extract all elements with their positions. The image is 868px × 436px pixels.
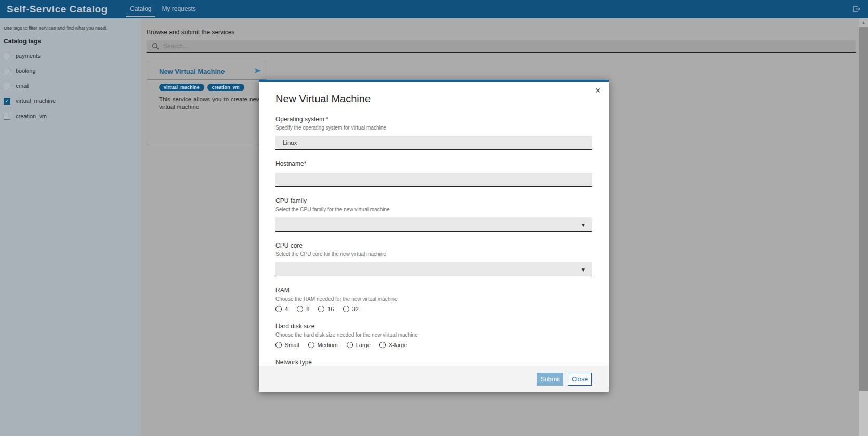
logout-icon[interactable] [852,5,861,14]
disk-option-small[interactable]: Small [275,342,299,348]
field-cpu-core: CPU core Select the CPU core for the new… [275,242,592,276]
ram-radio-group: 4 8 16 32 [275,306,592,312]
ram-option-8[interactable]: 8 [297,306,309,312]
tag-label: virtual_machine [16,98,56,104]
tag-label: payments [16,53,41,59]
hard-disk-radio-group: Small Medium Large X-large [275,342,592,348]
scrollbar-up-arrow-icon[interactable]: ▲ [859,18,868,27]
radio-button[interactable] [379,342,386,348]
field-cpu-family: CPU family Select the CPU family for the… [275,197,592,232]
disk-option-large[interactable]: Large [347,342,371,348]
field-helper-cpu-core: Select the CPU core for the new virtual … [275,251,592,257]
tag-label: creation_vm [16,113,47,119]
disk-option-x-large[interactable]: X-large [379,342,407,348]
field-ram: RAM Choose the RAM needed for the new vi… [275,287,592,312]
card-divider [147,79,267,80]
catalog-tags-heading: Catalog tags [4,37,141,45]
tag-row-creation-vm[interactable]: creation_vm [4,112,141,120]
field-label-hard-disk-size: Hard disk size [275,323,592,330]
submit-button[interactable]: Submit [537,373,563,386]
scrollbar-thumb[interactable] [859,27,868,391]
field-helper-hard-disk-size: Choose the hard disk size needed for the… [275,332,592,338]
browse-heading: Browse and submit the services [147,29,234,36]
ram-option-4[interactable]: 4 [275,306,288,312]
search-input[interactable] [163,43,856,50]
checkbox-virtual-machine[interactable] [4,98,10,105]
top-navbar: Self-Service Catalog Catalog My requests [0,0,868,18]
hostname-input[interactable] [275,173,592,187]
new-virtual-machine-dialog: ✕ New Virtual Machine Operating system *… [259,80,609,392]
catalog-tags-sidebar: Use tags to filter services and find wha… [0,18,141,436]
service-card-new-virtual-machine[interactable]: New Virtual Machine virtual_machine crea… [147,61,266,145]
tag-row-payments[interactable]: payments [4,52,141,60]
checkbox-payments[interactable] [4,53,10,59]
card-tags: virtual_machine creation_vm [159,84,260,91]
cpu-core-select[interactable]: ▼ [275,262,592,276]
checkbox-email[interactable] [4,83,10,89]
search-icon [152,43,159,50]
chevron-down-icon: ▼ [581,267,586,273]
field-label-cpu-family: CPU family [275,197,592,204]
radio-button[interactable] [318,306,324,312]
tag-row-email[interactable]: email [4,82,141,90]
radio-button[interactable] [347,342,353,348]
radio-button[interactable] [275,306,282,312]
field-label-cpu-core: CPU core [275,242,592,249]
dialog-footer: Submit Close [259,366,609,392]
cpu-family-select[interactable]: ▼ [275,217,592,232]
close-icon[interactable]: ✕ [593,86,602,95]
tag-row-booking[interactable]: booking [4,67,141,75]
radio-button[interactable] [308,342,314,348]
dialog-title: New Virtual Machine [275,93,592,105]
field-helper-operating-system: Specify the operating system for virtual… [275,125,592,131]
sidebar-intro-text: Use tags to filter services and find wha… [4,25,137,31]
field-hostname: Hostname* [275,160,592,187]
tag-pill-virtual-machine: virtual_machine [159,84,204,91]
send-icon[interactable] [254,68,261,74]
tab-catalog[interactable]: Catalog [125,0,156,18]
card-title: New Virtual Machine [159,68,260,75]
ram-option-16[interactable]: 16 [318,306,334,312]
nav-tabs: Catalog My requests [125,0,201,18]
field-label-hostname: Hostname* [275,160,592,168]
field-label-network-type: Network type [275,358,592,366]
checkbox-booking[interactable] [4,68,10,74]
radio-button[interactable] [275,342,282,348]
tag-row-virtual-machine[interactable]: virtual_machine [4,97,141,105]
field-label-ram: RAM [275,287,592,294]
radio-button[interactable] [297,306,303,312]
checkbox-creation-vm[interactable] [4,113,10,120]
disk-option-medium[interactable]: Medium [308,342,338,348]
app-title: Self-Service Catalog [7,0,108,18]
field-hard-disk-size: Hard disk size Choose the hard disk size… [275,323,592,348]
radio-button[interactable] [343,306,349,312]
operating-system-input[interactable] [275,136,592,150]
tag-pill-creation-vm: creation_vm [207,84,244,91]
field-operating-system: Operating system * Specify the operating… [275,116,592,150]
close-button[interactable]: Close [568,373,592,386]
chevron-down-icon: ▼ [581,222,586,228]
tag-label: email [16,83,29,89]
field-helper-cpu-family: Select the CPU family for the new virtua… [275,207,592,212]
card-description: This service allows you to create new vi… [159,96,260,110]
ram-option-32[interactable]: 32 [343,306,359,312]
tab-my-requests[interactable]: My requests [156,0,201,18]
tag-label: booking [16,68,36,74]
search-bar[interactable] [147,40,856,53]
vertical-scrollbar[interactable]: ▲ [859,18,868,436]
field-label-operating-system: Operating system * [275,116,592,123]
field-helper-ram: Choose the RAM needed for the new virtua… [275,296,592,302]
